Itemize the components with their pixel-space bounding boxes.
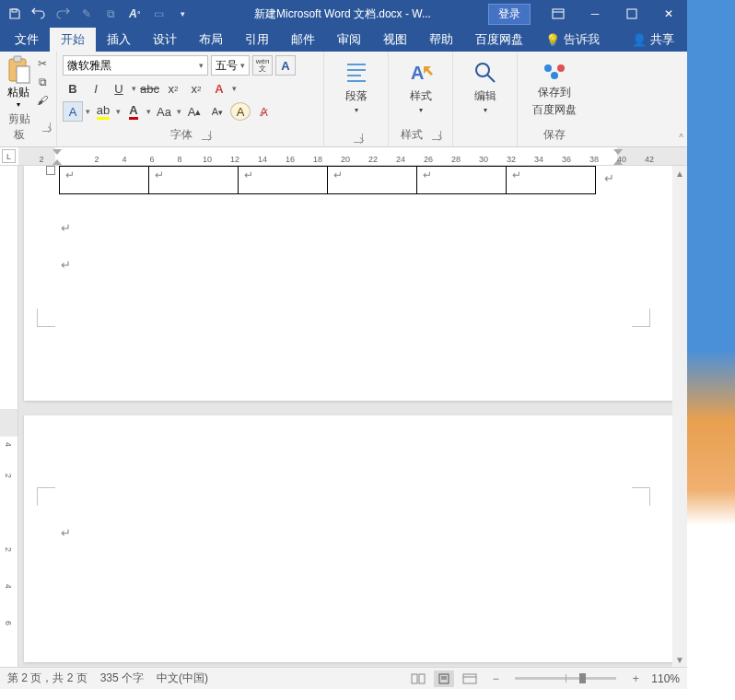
table-cell[interactable]: ↵	[60, 167, 149, 194]
tab-home[interactable]: 开始	[50, 28, 96, 52]
editing-button[interactable]: 编辑▾	[459, 55, 511, 114]
undo-icon[interactable]	[28, 3, 50, 25]
copy-icon[interactable]: ⧉	[33, 74, 52, 90]
tab-insert[interactable]: 插入	[96, 28, 142, 52]
tab-design[interactable]: 设计	[142, 28, 188, 52]
styles-button[interactable]: A 样式▾	[394, 55, 447, 114]
save-baidu-label2: 百度网盘	[532, 102, 577, 118]
maximize-icon[interactable]	[613, 0, 650, 28]
styles-dialog-launcher[interactable]	[432, 131, 441, 140]
subscript-button[interactable]: x2	[163, 78, 183, 99]
close-icon[interactable]: ✕	[650, 0, 687, 28]
share-button[interactable]: 👤共享	[623, 28, 683, 52]
margin-corner	[632, 487, 650, 506]
svg-rect-0	[12, 9, 17, 12]
tab-references[interactable]: 引用	[234, 28, 280, 52]
save-icon[interactable]	[4, 3, 26, 25]
char-shading-button[interactable]: A	[63, 101, 83, 122]
tab-mailings[interactable]: 邮件	[280, 28, 326, 52]
qat-btn-7[interactable]: ▭	[147, 3, 169, 25]
margin-corner	[37, 487, 55, 506]
font-name-select[interactable]: 微软雅黑▾	[63, 55, 208, 76]
zoom-level[interactable]: 110%	[651, 672, 680, 685]
tab-layout[interactable]: 布局	[188, 28, 234, 52]
tab-review[interactable]: 审阅	[326, 28, 372, 52]
paste-button[interactable]: 粘贴 ▾	[6, 55, 31, 109]
format-painter-icon[interactable]: 🖌	[33, 92, 52, 109]
page-1[interactable]: ↵ ↵ ↵ ↵ ↵ ↵ ↵ ↵ ↵	[24, 166, 682, 401]
table-cell[interactable]: ↵	[239, 167, 328, 194]
page-status[interactable]: 第 2 页，共 2 页	[7, 671, 88, 686]
qat-btn-4[interactable]: ✎	[76, 3, 98, 25]
group-styles: A 样式▾ 样式	[389, 52, 453, 146]
tab-view[interactable]: 视图	[372, 28, 418, 52]
svg-point-16	[551, 72, 558, 79]
tell-me-search[interactable]: 💡告诉我	[545, 28, 600, 52]
ruler-horizontal[interactable]: L 22468101214161820222426283032343638404…	[0, 147, 687, 166]
tab-help[interactable]: 帮助	[418, 28, 464, 52]
text-effects-button[interactable]: A	[209, 78, 229, 99]
qat-btn-6[interactable]: A°	[123, 3, 146, 25]
svg-line-13	[487, 75, 495, 82]
font-color-button[interactable]: A	[123, 101, 144, 122]
font-name-value: 微软雅黑	[67, 58, 111, 74]
document-table[interactable]: ↵ ↵ ↵ ↵ ↵ ↵	[59, 166, 596, 194]
clear-format-button[interactable]: A̷	[253, 101, 274, 122]
cell-mark: ↵	[155, 169, 164, 181]
cell-mark: ↵	[512, 169, 521, 181]
font-dialog-launcher[interactable]	[202, 131, 211, 140]
table-cell[interactable]: ↵	[328, 167, 417, 194]
styles-btn-label: 样式	[410, 88, 432, 104]
tab-selector[interactable]: L	[2, 149, 16, 163]
highlight-button[interactable]: ab	[93, 101, 113, 122]
language-status[interactable]: 中文(中国)	[157, 671, 208, 686]
qat-btn-5[interactable]: ⧉	[99, 3, 122, 25]
word-count[interactable]: 335 个字	[100, 671, 144, 686]
zoom-in-button[interactable]: +	[625, 671, 646, 687]
scroll-down-icon[interactable]: ▼	[672, 652, 687, 667]
change-case-button[interactable]: Aa	[154, 101, 174, 122]
font-size-select[interactable]: 五号▾	[211, 55, 250, 76]
print-layout-icon[interactable]	[434, 671, 454, 687]
scroll-up-icon[interactable]: ▲	[672, 166, 687, 181]
superscript-button[interactable]: x2	[186, 78, 206, 99]
tab-file[interactable]: 文件	[4, 28, 50, 52]
save-group-label: 保存	[543, 127, 566, 143]
editing-label: 编辑	[474, 88, 496, 104]
enclose-char-button[interactable]: A	[230, 102, 251, 121]
collapse-ribbon-icon[interactable]: ^	[679, 133, 683, 143]
tab-baidu[interactable]: 百度网盘	[464, 28, 534, 52]
page-2[interactable]: ↵	[24, 415, 682, 662]
table-cell[interactable]: ↵	[149, 167, 239, 194]
save-baidu-button[interactable]: 保存到 百度网盘	[523, 55, 586, 118]
zoom-slider[interactable]	[515, 677, 616, 680]
share-label: 共享	[650, 31, 674, 48]
cell-mark: ↵	[333, 169, 343, 181]
grow-font-button[interactable]: A▴	[184, 101, 204, 122]
paragraph-dialog-launcher[interactable]	[354, 134, 363, 143]
web-layout-icon[interactable]	[460, 671, 480, 687]
char-border-button[interactable]: A	[275, 55, 296, 76]
read-mode-icon[interactable]	[408, 671, 428, 687]
login-button[interactable]: 登录	[488, 4, 531, 25]
scrollbar-vertical[interactable]: ▲ ▼	[672, 166, 687, 667]
paragraph-button[interactable]: 段落▾	[330, 55, 382, 114]
cut-icon[interactable]: ✂	[33, 55, 52, 72]
underline-button[interactable]: U	[109, 78, 129, 99]
strike-button[interactable]: abc	[139, 78, 160, 99]
ribbon-display-icon[interactable]	[540, 0, 577, 28]
italic-button[interactable]: I	[86, 78, 106, 99]
redo-icon[interactable]	[52, 3, 74, 25]
zoom-out-button[interactable]: −	[485, 671, 506, 687]
qat-customize-icon[interactable]: ▾	[171, 3, 193, 25]
bold-button[interactable]: B	[63, 78, 83, 99]
table-cell[interactable]: ↵	[507, 167, 596, 194]
minimize-icon[interactable]: ─	[577, 0, 613, 28]
clipboard-dialog-launcher[interactable]	[42, 122, 51, 132]
phonetic-guide-button[interactable]: wén文	[252, 55, 273, 76]
ruler-vertical[interactable]: 42246	[0, 166, 18, 667]
table-anchor-icon[interactable]	[46, 166, 55, 175]
table-cell[interactable]: ↵	[417, 167, 507, 194]
share-icon: 👤	[632, 33, 647, 47]
shrink-font-button[interactable]: A▾	[207, 101, 228, 122]
